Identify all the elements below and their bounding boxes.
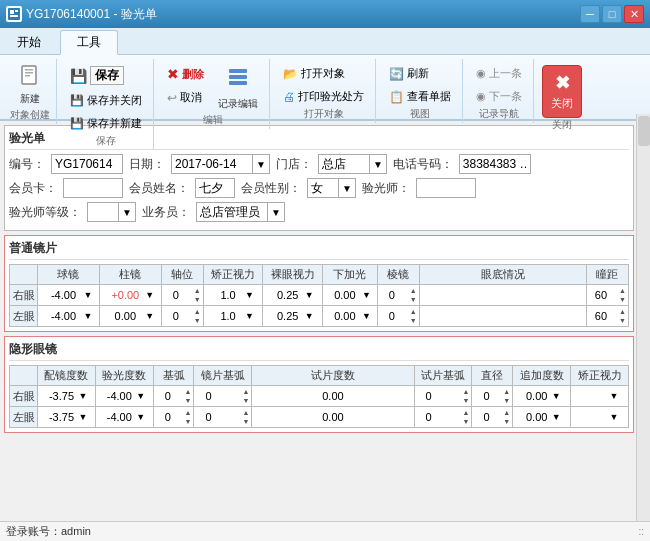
save-new-button[interactable]: 💾 保存并新建 xyxy=(65,113,147,134)
cl-spjh-down[interactable]: ▼ xyxy=(463,417,470,426)
cancel-button[interactable]: ↩ 取消 xyxy=(162,87,209,108)
new-button[interactable]: 新建 xyxy=(12,61,48,108)
l-zhouwei-up[interactable]: ▲ xyxy=(194,307,201,316)
refresh-button[interactable]: 🔄 刷新 xyxy=(384,63,456,84)
cell-cr-jpjh[interactable]: ▲ ▼ xyxy=(194,386,252,407)
cell-r-lengjing[interactable]: ▲ ▼ xyxy=(377,285,419,306)
input-xingbie[interactable] xyxy=(308,179,338,197)
cell-cl-jzsl[interactable]: ▼ xyxy=(571,407,629,428)
input-cr-jzsl[interactable] xyxy=(581,387,609,405)
input-dianhua[interactable] xyxy=(459,154,531,174)
cr-ygds-arrow[interactable]: ▼ xyxy=(136,391,145,401)
prev-button[interactable]: ◉ 上一条 xyxy=(471,63,527,84)
cell-l-xiajia[interactable]: ▼ xyxy=(322,306,377,327)
cell-cl-zjds[interactable]: ▼ xyxy=(513,407,571,428)
cl-jzsl-arrow[interactable]: ▼ xyxy=(610,412,619,422)
cell-r-tongju[interactable]: ▲ ▼ xyxy=(586,285,628,306)
input-xingming[interactable] xyxy=(195,178,235,198)
l-luyan-arrow[interactable]: ▼ xyxy=(305,311,314,321)
save-close-button[interactable]: 💾 保存并关闭 xyxy=(65,90,147,111)
cr-jpjh-down[interactable]: ▼ xyxy=(242,396,249,405)
input-huiyuanka[interactable] xyxy=(63,178,123,198)
cell-cl-pjds[interactable]: ▼ xyxy=(38,407,96,428)
cell-r-luyan[interactable]: ▼ xyxy=(263,285,323,306)
cr-jh-down[interactable]: ▼ xyxy=(185,396,192,405)
cell-cl-ygds[interactable]: ▼ xyxy=(95,407,153,428)
input-r-tongju[interactable] xyxy=(589,289,613,301)
r-zhujing-arrow[interactable]: ▼ xyxy=(145,290,154,300)
input-r-qiujing[interactable] xyxy=(44,286,82,304)
input-l-zhouwei[interactable] xyxy=(164,310,188,322)
cell-cr-jzsl[interactable]: ▼ xyxy=(571,386,629,407)
input-cl-ygds[interactable] xyxy=(103,408,135,426)
input-l-tongju[interactable] xyxy=(589,310,613,322)
input-yewuyuan[interactable] xyxy=(197,203,267,221)
cr-jh-up[interactable]: ▲ xyxy=(185,387,192,396)
l-lengjing-up[interactable]: ▲ xyxy=(410,307,417,316)
cl-jpjh-down[interactable]: ▼ xyxy=(242,417,249,426)
r-zhouwei-up[interactable]: ▲ xyxy=(194,286,201,295)
r-zhouwei-down[interactable]: ▼ xyxy=(194,295,201,304)
dengji-dropdown-icon[interactable]: ▼ xyxy=(118,203,135,221)
cell-cl-zj[interactable]: ▲ ▼ xyxy=(472,407,513,428)
cell-cr-zj[interactable]: ▲ ▼ xyxy=(472,386,513,407)
window-close-button[interactable]: ✕ xyxy=(624,5,644,23)
cell-r-yandi[interactable] xyxy=(419,285,586,306)
input-l-qiujing[interactable] xyxy=(44,307,82,325)
menu-item-tools[interactable]: 工具 xyxy=(60,30,118,55)
cell-cl-jh[interactable]: ▲ ▼ xyxy=(153,407,194,428)
open-object-button[interactable]: 📂 打开对象 xyxy=(278,63,369,84)
cl-pjds-arrow[interactable]: ▼ xyxy=(78,412,87,422)
input-r-jiazheng[interactable] xyxy=(212,286,244,304)
l-tongju-up[interactable]: ▲ xyxy=(619,307,626,316)
cl-zj-up[interactable]: ▲ xyxy=(503,408,510,417)
input-l-zhujing[interactable] xyxy=(106,307,144,325)
mendian-dropdown-icon[interactable]: ▼ xyxy=(369,155,386,173)
cl-jpjh-up[interactable]: ▲ xyxy=(242,408,249,417)
input-cl-jpjh[interactable] xyxy=(196,411,220,423)
cl-jh-up[interactable]: ▲ xyxy=(185,408,192,417)
r-lengjing-down[interactable]: ▼ xyxy=(410,295,417,304)
cell-l-lengjing[interactable]: ▲ ▼ xyxy=(377,306,419,327)
cell-cl-jpjh[interactable]: ▲ ▼ xyxy=(194,407,252,428)
r-qiujing-arrow[interactable]: ▼ xyxy=(83,290,92,300)
cell-cr-zjds[interactable]: ▼ xyxy=(513,386,571,407)
input-l-luyan[interactable] xyxy=(272,307,304,325)
input-cr-ygds[interactable] xyxy=(103,387,135,405)
cell-cr-jh[interactable]: ▲ ▼ xyxy=(153,386,194,407)
input-dengji[interactable] xyxy=(88,203,118,221)
cell-cl-spds[interactable] xyxy=(252,407,414,428)
query-button[interactable]: 📋 查看单据 xyxy=(384,86,456,107)
r-tongju-down[interactable]: ▼ xyxy=(619,295,626,304)
l-xiajia-arrow[interactable]: ▼ xyxy=(362,311,371,321)
input-l-xiajia[interactable] xyxy=(329,307,361,325)
input-l-jiazheng[interactable] xyxy=(212,307,244,325)
close-button[interactable]: ✖ 关闭 xyxy=(542,65,582,118)
cr-jpjh-up[interactable]: ▲ xyxy=(242,387,249,396)
r-luyan-arrow[interactable]: ▼ xyxy=(305,290,314,300)
xingbie-dropdown-icon[interactable]: ▼ xyxy=(338,179,355,197)
input-riqi[interactable] xyxy=(172,155,252,173)
record-edit-button[interactable]: 记录编辑 xyxy=(213,63,263,113)
l-qiujing-arrow[interactable]: ▼ xyxy=(83,311,92,321)
l-zhouwei-down[interactable]: ▼ xyxy=(194,316,201,325)
minimize-button[interactable]: ─ xyxy=(580,5,600,23)
input-cr-spjh[interactable] xyxy=(417,390,441,402)
l-lengjing-down[interactable]: ▼ xyxy=(410,316,417,325)
cell-r-xiajia[interactable]: ▼ xyxy=(322,285,377,306)
cell-r-zhouwei[interactable]: ▲ ▼ xyxy=(161,285,203,306)
cell-l-tongju[interactable]: ▲ ▼ xyxy=(586,306,628,327)
cell-cr-spds[interactable] xyxy=(252,386,414,407)
input-r-yandi[interactable] xyxy=(422,286,584,304)
input-r-lengjing[interactable] xyxy=(380,289,404,301)
cell-l-zhujing[interactable]: ▼ xyxy=(99,306,161,327)
input-r-luyan[interactable] xyxy=(272,286,304,304)
l-jiazheng-arrow[interactable]: ▼ xyxy=(245,311,254,321)
cell-cr-spjh[interactable]: ▲ ▼ xyxy=(414,386,472,407)
input-cl-spjh[interactable] xyxy=(417,411,441,423)
cl-jh-down[interactable]: ▼ xyxy=(185,417,192,426)
cell-r-jiazheng[interactable]: ▼ xyxy=(203,285,263,306)
cl-zjds-arrow[interactable]: ▼ xyxy=(552,412,561,422)
input-cr-jpjh[interactable] xyxy=(196,390,220,402)
cell-l-qiujing[interactable]: ▼ xyxy=(38,306,100,327)
